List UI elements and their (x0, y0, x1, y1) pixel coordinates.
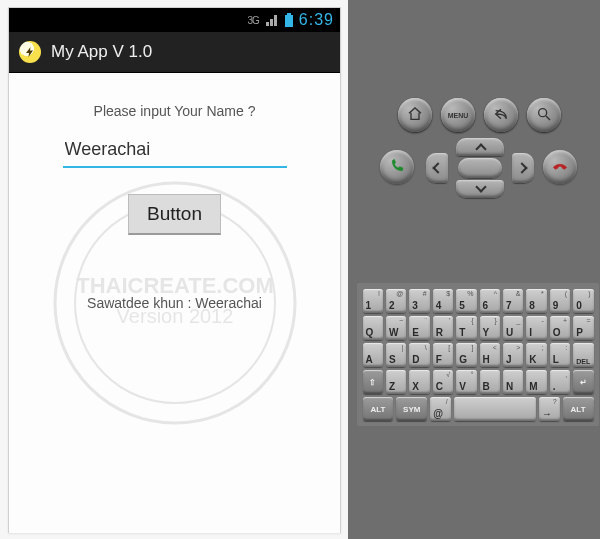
key-l[interactable]: L: (550, 343, 570, 367)
key-1[interactable]: 1! (363, 289, 383, 313)
back-icon (493, 106, 509, 124)
key-⇧[interactable]: ⇧ (363, 370, 383, 394)
key-4[interactable]: 4$ (433, 289, 453, 313)
key-2[interactable]: 2@ (386, 289, 406, 313)
key-6[interactable]: 6^ (480, 289, 500, 313)
key-→[interactable]: →? (539, 397, 560, 421)
dpad-right[interactable] (512, 153, 534, 183)
key-c[interactable]: C√ (433, 370, 453, 394)
dpad-center[interactable] (458, 158, 502, 178)
key-sym[interactable]: SYM (396, 397, 427, 421)
key-n[interactable]: N (503, 370, 523, 394)
home-button[interactable] (398, 98, 432, 132)
clock-label: 6:39 (299, 11, 334, 29)
dpad-down[interactable] (456, 180, 504, 198)
key-z[interactable]: Z (386, 370, 406, 394)
key-q[interactable]: Q (363, 316, 383, 340)
key-7[interactable]: 7& (503, 289, 523, 313)
key-x[interactable]: X (409, 370, 429, 394)
battery-icon (285, 13, 293, 27)
dpad (426, 138, 534, 198)
key-i[interactable]: I- (526, 316, 546, 340)
network-label: 3G (248, 15, 259, 26)
key-t[interactable]: T{ (456, 316, 476, 340)
key-h[interactable]: H< (480, 343, 500, 367)
key-a[interactable]: A (363, 343, 383, 367)
key-f[interactable]: F[ (433, 343, 453, 367)
key-s[interactable]: S| (386, 343, 406, 367)
key-5[interactable]: 5% (456, 289, 476, 313)
search-button[interactable] (527, 98, 561, 132)
key-9[interactable]: 9( (550, 289, 570, 313)
app-screen: THAICREATE.COM Version 2012 Please input… (9, 73, 340, 533)
key-.[interactable]: ., (550, 370, 570, 394)
prompt-label: Please input Your Name ? (94, 103, 256, 119)
key-alt[interactable]: ALT (363, 397, 394, 421)
key-8[interactable]: 8* (526, 289, 546, 313)
end-call-button[interactable] (543, 150, 577, 184)
status-bar: 3G 6:39 (9, 8, 340, 32)
phone-icon (389, 158, 405, 176)
key-k[interactable]: K; (526, 343, 546, 367)
key-r[interactable]: R' (433, 316, 453, 340)
key-@[interactable]: @/ (430, 397, 451, 421)
back-button[interactable] (484, 98, 518, 132)
key-3[interactable]: 3# (409, 289, 429, 313)
key-↵[interactable]: ↵ (573, 370, 593, 394)
key-w[interactable]: W~ (386, 316, 406, 340)
app-title: My App V 1.0 (51, 42, 152, 62)
submit-button[interactable]: Button (128, 194, 221, 235)
key-m[interactable]: M (526, 370, 546, 394)
dpad-left[interactable] (426, 153, 448, 183)
emulator-panel: MENU 1!2@3#4$5%6^7&8*9(0) QW~E¨R'T{Y}U_I… (348, 0, 600, 539)
hardware-buttons: MENU (348, 98, 600, 258)
hardware-keyboard: 1!2@3#4$5%6^7&8*9(0) QW~E¨R'T{Y}U_I-O+P=… (357, 283, 599, 426)
key-0[interactable]: 0) (573, 289, 593, 313)
key-e[interactable]: E¨ (409, 316, 429, 340)
phone-device: 3G 6:39 My App V 1.0 THAICREATE.COM Vers… (8, 7, 341, 533)
menu-button[interactable]: MENU (441, 98, 475, 132)
name-input[interactable] (63, 135, 287, 168)
phone-end-icon (552, 158, 568, 176)
home-icon (407, 106, 423, 124)
app-icon (19, 41, 41, 63)
key-g[interactable]: G] (456, 343, 476, 367)
key-j[interactable]: J> (503, 343, 523, 367)
call-button[interactable] (380, 150, 414, 184)
menu-label: MENU (448, 112, 469, 119)
key-p[interactable]: P= (573, 316, 593, 340)
result-label: Sawatdee khun : Weerachai (87, 295, 262, 311)
key-o[interactable]: O+ (550, 316, 570, 340)
key-del[interactable]: DEL (573, 343, 593, 367)
key-u[interactable]: U_ (503, 316, 523, 340)
key-d[interactable]: D\ (409, 343, 429, 367)
dpad-up[interactable] (456, 138, 504, 156)
key-space[interactable] (454, 397, 536, 421)
action-bar: My App V 1.0 (9, 32, 340, 73)
key-y[interactable]: Y} (480, 316, 500, 340)
key-b[interactable]: B (480, 370, 500, 394)
key-v[interactable]: V° (456, 370, 476, 394)
search-icon (536, 106, 552, 124)
signal-icon (265, 14, 279, 26)
key-alt[interactable]: ALT (563, 397, 594, 421)
svg-point-6 (539, 109, 547, 117)
